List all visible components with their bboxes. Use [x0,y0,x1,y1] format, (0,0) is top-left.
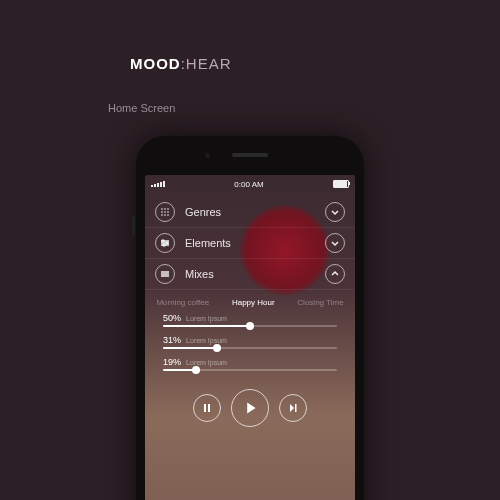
slider-2[interactable]: 31%Lorem Ipsum [163,335,337,349]
next-button[interactable] [279,394,307,422]
svg-point-6 [161,214,163,216]
status-bar: 0:00 AM [145,175,355,193]
chevron-down-icon[interactable] [325,233,345,253]
menu-label: Genres [185,206,325,218]
phone-screen: 0:00 AM Genres Elements Mi [145,175,355,500]
stack-icon [155,264,175,284]
mix-tabs: Morning coffee Happy Hour Closing Time [145,298,355,307]
svg-point-0 [161,208,163,210]
svg-point-11 [163,244,165,246]
svg-point-5 [167,211,169,213]
menu-item-elements[interactable]: Elements [145,228,355,259]
slider-track[interactable] [163,325,337,327]
slider-label: Lorem Ipsum [186,315,227,322]
phone-frame: 0:00 AM Genres Elements Mi [135,135,365,500]
phone-speaker [232,153,268,157]
sliders-icon [155,233,175,253]
menu-item-genres[interactable]: Genres [145,197,355,228]
phone-camera [205,153,210,158]
menu-label: Elements [185,237,325,249]
svg-point-10 [166,242,168,244]
svg-point-3 [161,211,163,213]
svg-point-2 [167,208,169,210]
slider-knob[interactable] [192,366,200,374]
main-menu: Genres Elements Mixes [145,197,355,290]
signal-icon [151,181,165,187]
slider-percent: 31% [163,335,181,345]
svg-point-9 [162,240,164,242]
pause-button[interactable] [193,394,221,422]
play-button[interactable] [231,389,269,427]
tab-morning-coffee[interactable]: Morning coffee [156,298,209,307]
slider-knob[interactable] [213,344,221,352]
slider-knob[interactable] [246,322,254,330]
brand-title: MOOD:HEAR [130,55,232,72]
grid-icon [155,202,175,222]
menu-label: Mixes [185,268,325,280]
playback-controls [145,389,355,427]
tab-happy-hour[interactable]: Happy Hour [232,298,275,307]
battery-icon [333,180,349,188]
svg-rect-12 [204,404,206,412]
svg-point-1 [164,208,166,210]
status-time: 0:00 AM [234,180,263,189]
brand-strong: MOOD [130,55,181,72]
chevron-down-icon[interactable] [325,202,345,222]
chevron-up-icon[interactable] [325,264,345,284]
svg-point-8 [167,214,169,216]
slider-label: Lorem Ipsum [186,337,227,344]
brand-light: :HEAR [181,55,232,72]
svg-point-7 [164,214,166,216]
slider-percent: 50% [163,313,181,323]
slider-percent: 19% [163,357,181,367]
slider-label: Lorem Ipsum [186,359,227,366]
svg-rect-13 [208,404,210,412]
slider-3[interactable]: 19%Lorem Ipsum [163,357,337,371]
svg-rect-14 [295,404,297,412]
svg-point-4 [164,211,166,213]
slider-track[interactable] [163,369,337,371]
page-subtitle: Home Screen [108,102,175,114]
menu-item-mixes[interactable]: Mixes [145,259,355,290]
slider-1[interactable]: 50%Lorem Ipsum [163,313,337,327]
slider-track[interactable] [163,347,337,349]
tab-closing-time[interactable]: Closing Time [297,298,343,307]
mix-sliders: 50%Lorem Ipsum 31%Lorem Ipsum 19%Lorem I… [145,311,355,381]
